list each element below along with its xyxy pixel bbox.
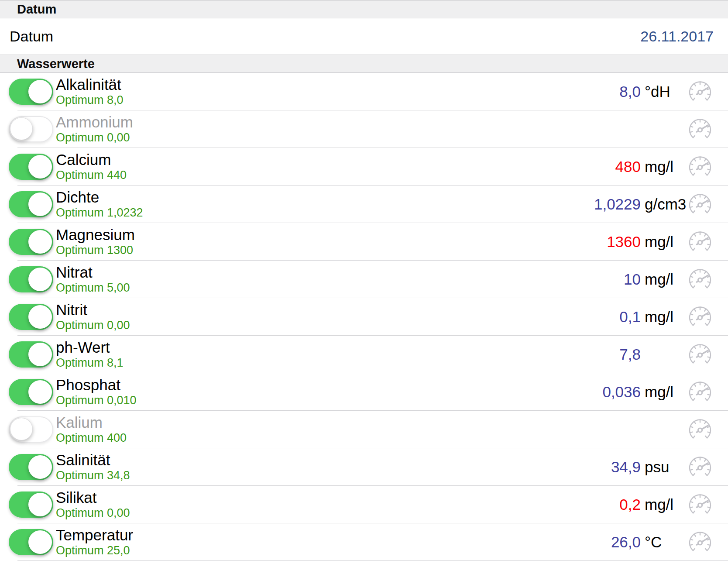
toggle-kalium[interactable] <box>9 416 53 443</box>
water-values-screen: Datum Datum 26.11.2017 Wasserwerte Alkal… <box>0 0 728 574</box>
parameter-right: 1360 mg/l <box>135 230 728 254</box>
parameter-texts: Phosphat Optimum 0,010 <box>56 377 137 408</box>
parameter-value[interactable]: 26,0 <box>133 533 641 551</box>
toggle-knob <box>28 155 52 179</box>
toggle-temperatur[interactable] <box>9 529 53 555</box>
toggle-silikat[interactable] <box>9 492 53 518</box>
parameter-list: Alkalinität Optimum 8,0 8,0 °dH <box>0 73 728 561</box>
parameter-value[interactable]: 0,1 <box>130 308 641 326</box>
parameter-texts: Kalium Optimum 400 <box>56 414 127 445</box>
row-ammonium[interactable]: Ammonium Optimum 0,00 <box>0 110 728 148</box>
row-nitrit[interactable]: Nitrit Optimum 0,00 0,1 mg/l <box>0 298 728 336</box>
parameter-texts: Nitrat Optimum 5,00 <box>56 264 130 295</box>
parameter-value[interactable]: 1,0229 <box>143 196 641 213</box>
row-nitrat[interactable]: Nitrat Optimum 5,00 10 mg/l <box>0 261 728 298</box>
row-alkalinitaet[interactable]: Alkalinität Optimum 8,0 8,0 °dH <box>0 73 728 110</box>
parameter-value[interactable]: 0,036 <box>137 383 641 401</box>
toggle-salinitaet[interactable] <box>9 454 53 480</box>
parameter-right: 34,9 psu <box>130 455 728 479</box>
gauge-icon[interactable] <box>688 80 712 103</box>
gauge-icon[interactable] <box>688 192 712 216</box>
row-silikat[interactable]: Silikat Optimum 0,00 0,2 mg/l <box>0 486 728 523</box>
parameter-right: 26,0 °C <box>133 530 728 554</box>
gauge-icon[interactable] <box>688 155 712 179</box>
parameter-texts: Silikat Optimum 0,00 <box>56 489 130 520</box>
toggle-ph-wert[interactable] <box>9 341 53 368</box>
date-label: Datum <box>10 28 53 45</box>
toggle-phosphat[interactable] <box>9 379 53 405</box>
parameter-optimum-label: Optimum 1300 <box>56 244 135 257</box>
parameter-value[interactable]: 8,0 <box>124 83 641 100</box>
toggle-ammonium[interactable] <box>9 116 53 142</box>
section-header-wasserwerte: Wasserwerte <box>0 55 728 73</box>
parameter-value[interactable]: 480 <box>127 158 641 175</box>
toggle-alkalinitaet[interactable] <box>9 79 53 105</box>
row-calcium[interactable]: Calcium Optimum 440 480 mg/l <box>0 148 728 186</box>
toggle-knob <box>28 455 52 479</box>
gauge-icon[interactable] <box>688 530 712 554</box>
parameter-value[interactable]: 7,8 <box>124 346 641 363</box>
gauge-icon[interactable] <box>688 455 712 479</box>
parameter-value[interactable]: 10 <box>130 271 641 288</box>
parameter-right <box>133 117 728 141</box>
parameter-optimum-label: Optimum 0,010 <box>56 394 137 407</box>
parameter-right: 1,0229 g/cm3 <box>143 192 728 216</box>
parameter-unit: °dH <box>641 83 688 100</box>
toggle-knob <box>28 230 52 254</box>
section-header-wasserwerte-label: Wasserwerte <box>17 57 95 71</box>
row-phosphat[interactable]: Phosphat Optimum 0,010 0,036 mg/l <box>0 373 728 411</box>
row-temperatur[interactable]: Temperatur Optimum 25,0 26,0 °C <box>0 523 728 561</box>
parameter-value[interactable]: 1360 <box>135 233 641 251</box>
date-value[interactable]: 26.11.2017 <box>640 28 714 45</box>
parameter-texts: ph-Wert Optimum 8,1 <box>56 339 124 370</box>
parameter-optimum-label: Optimum 5,00 <box>56 281 130 295</box>
parameter-texts: Dichte Optimum 1,0232 <box>56 189 143 220</box>
parameter-label: Temperatur <box>56 527 133 543</box>
gauge-icon[interactable] <box>688 230 712 254</box>
toggle-nitrit[interactable] <box>9 304 53 330</box>
toggle-dichte[interactable] <box>9 191 53 217</box>
row-ph-wert[interactable]: ph-Wert Optimum 8,1 7,8 <box>0 336 728 373</box>
toggle-knob <box>28 80 52 103</box>
parameter-value[interactable]: 34,9 <box>130 458 641 476</box>
parameter-unit: mg/l <box>641 383 688 401</box>
parameter-optimum-label: Optimum 25,0 <box>56 544 133 557</box>
gauge-icon[interactable] <box>688 268 712 291</box>
toggle-knob <box>28 380 52 404</box>
parameter-unit: mg/l <box>641 496 688 513</box>
gauge-icon[interactable] <box>688 418 712 441</box>
gauge-icon[interactable] <box>688 305 712 329</box>
parameter-optimum-label: Optimum 34,8 <box>56 469 130 482</box>
toggle-nitrat[interactable] <box>9 266 53 292</box>
date-row[interactable]: Datum 26.11.2017 <box>0 18 728 55</box>
parameter-label: Nitrat <box>56 264 130 281</box>
gauge-icon[interactable] <box>688 117 712 141</box>
parameter-unit: psu <box>641 458 688 476</box>
parameter-unit: mg/l <box>641 233 688 251</box>
parameter-optimum-label: Optimum 8,0 <box>56 93 124 107</box>
gauge-icon[interactable] <box>688 493 712 516</box>
parameter-label: Ammonium <box>56 114 133 131</box>
gauge-icon[interactable] <box>688 343 712 366</box>
parameter-label: Magnesium <box>56 227 135 243</box>
gauge-icon[interactable] <box>688 380 712 404</box>
parameter-right: 8,0 °dH <box>124 80 728 103</box>
row-dichte[interactable]: Dichte Optimum 1,0232 1,0229 g/cm3 <box>0 186 728 223</box>
parameter-label: Alkalinität <box>56 76 124 93</box>
parameter-right: 0,2 mg/l <box>130 493 728 516</box>
parameter-label: Calcium <box>56 151 127 168</box>
row-magnesium[interactable]: Magnesium Optimum 1300 1360 mg/l <box>0 223 728 261</box>
parameter-label: Kalium <box>56 414 127 431</box>
toggle-knob <box>28 530 52 554</box>
toggle-calcium[interactable] <box>9 154 53 180</box>
toggle-knob <box>10 117 33 140</box>
row-kalium[interactable]: Kalium Optimum 400 <box>0 411 728 448</box>
row-salinitaet[interactable]: Salinität Optimum 34,8 34,9 psu <box>0 448 728 486</box>
parameter-value[interactable]: 0,2 <box>130 496 641 513</box>
parameter-label: Silikat <box>56 489 130 506</box>
parameter-label: Salinität <box>56 452 130 468</box>
parameter-right: 480 mg/l <box>127 155 728 179</box>
toggle-magnesium[interactable] <box>9 229 53 255</box>
parameter-right: 10 mg/l <box>130 268 728 291</box>
parameter-optimum-label: Optimum 0,00 <box>56 131 133 144</box>
